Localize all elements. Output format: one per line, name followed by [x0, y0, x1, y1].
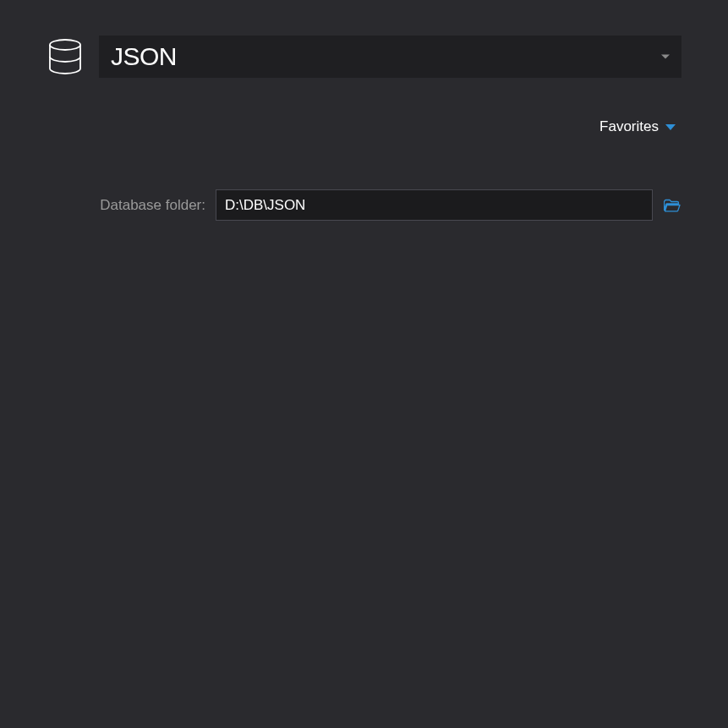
folder-open-icon: [664, 199, 681, 212]
header-row: JSON: [0, 0, 728, 78]
connection-type-dropdown[interactable]: JSON: [99, 36, 681, 78]
connection-type-label: JSON: [111, 42, 177, 71]
favorites-dropdown[interactable]: Favorites: [599, 118, 676, 135]
svg-point-0: [50, 40, 80, 50]
database-folder-row: Database folder:: [0, 135, 728, 221]
chevron-down-icon: [661, 55, 670, 59]
browse-folder-button[interactable]: [663, 196, 681, 215]
database-icon: [47, 38, 84, 75]
favorites-label: Favorites: [599, 118, 659, 135]
database-folder-input[interactable]: [216, 189, 653, 221]
database-folder-label: Database folder:: [47, 197, 205, 214]
favorites-row: Favorites: [0, 78, 728, 135]
caret-down-icon: [665, 124, 676, 130]
